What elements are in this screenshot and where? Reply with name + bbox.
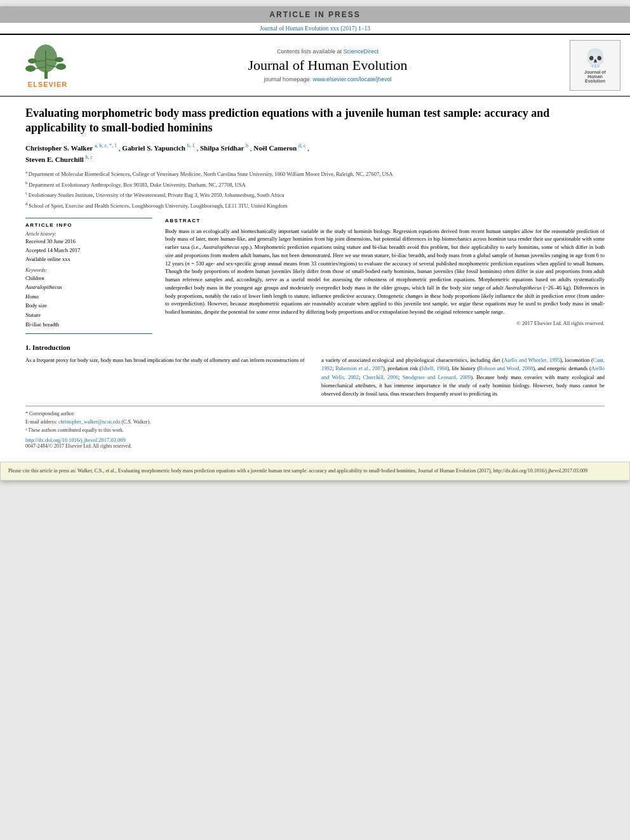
author-4-sup: d, c bbox=[298, 143, 306, 149]
elsevier-label: ELSEVIER bbox=[28, 81, 67, 88]
abstract-col: ABSTRACT Body mass is an ecologically an… bbox=[165, 218, 605, 335]
ref-isbell[interactable]: Isbell, 1994 bbox=[421, 365, 447, 371]
article-info-box: ARTICLE INFO Article history: Received 3… bbox=[25, 218, 152, 335]
svg-point-10 bbox=[55, 57, 64, 62]
email-link[interactable]: christopher_walker@ncsu.edu bbox=[58, 419, 120, 425]
doi-line[interactable]: http://dx.doi.org/10.1016/j.jhevol.2017.… bbox=[25, 437, 605, 443]
svg-point-6 bbox=[56, 63, 66, 70]
homepage-line: journal homepage: www.elsevier.com/locat… bbox=[95, 76, 560, 83]
keyword-6: Bi-iliac breadth bbox=[25, 321, 152, 330]
journal-logo-box: 💀 Journal ofHumanEvolution bbox=[570, 40, 620, 91]
article-in-press-banner: ARTICLE IN PRESS bbox=[0, 6, 630, 23]
journal-header: ELSEVIER Contents lists available at Sci… bbox=[0, 34, 630, 97]
journal-title: Journal of Human Evolution bbox=[95, 57, 560, 74]
affil-1-text: Department of Molecular Biomedical Scien… bbox=[29, 171, 393, 177]
journal-cite-line: Journal of Human Evolution xxx (2017) 1–… bbox=[0, 23, 630, 34]
keywords-list: Children Australopithecus Homo Body size… bbox=[25, 274, 152, 330]
journal-logo-right: 💀 Journal ofHumanEvolution bbox=[566, 40, 624, 91]
corresponding-text: * Corresponding author. bbox=[25, 411, 75, 417]
intro-left-col: As a frequent proxy for body size, body … bbox=[25, 356, 309, 398]
svg-point-8 bbox=[28, 58, 37, 63]
affil-3: c Evolutionary Studies Institute, Univer… bbox=[25, 190, 605, 199]
article-info-title: ARTICLE INFO bbox=[25, 222, 152, 228]
homepage-url[interactable]: www.elsevier.com/locate/jhevol bbox=[313, 76, 392, 83]
author-1-name: Christopher S. Walker bbox=[25, 143, 93, 151]
author-3-sup: b bbox=[246, 143, 248, 149]
intro-right-text: a variety of associated ecological and p… bbox=[321, 356, 605, 398]
affil-2: b Department of Evolutionary Anthropolog… bbox=[25, 180, 605, 189]
keyword-2: Australopithecus bbox=[25, 283, 152, 292]
affil-1: a Department of Molecular Biomedical Sci… bbox=[25, 169, 605, 178]
article-info-col: ARTICLE INFO Article history: Received 3… bbox=[25, 218, 152, 335]
intro-right-col: a variety of associated ecological and p… bbox=[321, 356, 605, 398]
email-note: E-mail address: christopher_walker@ncsu.… bbox=[25, 418, 605, 427]
issn-line: 0047-2484/© 2017 Elsevier Ltd. All right… bbox=[25, 443, 605, 449]
journal-cite-text: Journal of Human Evolution xxx (2017) 1–… bbox=[260, 25, 370, 32]
affil-4: d School of Sport, Exercise and Health S… bbox=[25, 201, 605, 210]
received-date: Received 30 June 2016 bbox=[25, 238, 152, 244]
author-separator-4: , bbox=[307, 143, 309, 151]
author-2-name: Gabriel S. Yapuncich bbox=[122, 143, 185, 151]
sciencedirect-prefix: Contents lists available at bbox=[277, 48, 344, 55]
email-suffix: (C.S. Walker). bbox=[121, 419, 151, 425]
ref-aiello-wheeler[interactable]: Aiello and Wheeler, 1995 bbox=[504, 357, 560, 363]
affil-4-text: School of Sport, Exercise and Health Sci… bbox=[29, 203, 287, 209]
email-label: E-mail address: bbox=[25, 419, 58, 425]
intro-left-text: As a frequent proxy for body size, body … bbox=[25, 356, 309, 364]
svg-point-4 bbox=[25, 65, 36, 72]
introduction-section: 1. Introduction As a frequent proxy for … bbox=[25, 343, 605, 398]
keyword-1: Children bbox=[25, 274, 152, 283]
author-5-name: Steven E. Churchill bbox=[25, 156, 84, 163]
ref-snodgrass[interactable]: Snodgrass and Leonard, 2009 bbox=[403, 374, 471, 380]
authors-line: Christopher S. Walker a, b, c, *, 1 , Ga… bbox=[25, 142, 605, 166]
banner-text: ARTICLE IN PRESS bbox=[269, 10, 360, 19]
intro-two-col: As a frequent proxy for body size, body … bbox=[25, 356, 605, 398]
footnote-area: * Corresponding author. E-mail address: … bbox=[25, 406, 605, 434]
author-5-sup: b, c bbox=[86, 154, 93, 160]
keyword-3: Homo bbox=[25, 293, 152, 302]
page: ARTICLE IN PRESS Journal of Human Evolut… bbox=[0, 6, 630, 481]
sciencedirect-line: Contents lists available at ScienceDirec… bbox=[95, 48, 560, 55]
corresponding-note: * Corresponding author. bbox=[25, 410, 605, 418]
logo-journal-name: Journal ofHumanEvolution bbox=[584, 70, 606, 83]
article-title: Evaluating morphometric body mass predic… bbox=[25, 106, 605, 136]
intro-section-title: 1. Introduction bbox=[25, 343, 605, 351]
doi-link[interactable]: http://dx.doi.org/10.1016/j.jhevol.2017.… bbox=[25, 437, 126, 443]
article-info-abstract-section: ARTICLE INFO Article history: Received 3… bbox=[25, 218, 605, 335]
main-content: Evaluating morphometric body mass predic… bbox=[0, 97, 630, 455]
available-online: Available online xxx bbox=[25, 256, 152, 262]
keywords-label: Keywords: bbox=[25, 267, 152, 273]
accepted-date: Accepted 14 March 2017 bbox=[25, 247, 152, 253]
sciencedirect-link[interactable]: ScienceDirect bbox=[344, 48, 379, 55]
elsevier-tree-icon bbox=[19, 43, 76, 81]
author-4-name: Noël Cameron bbox=[253, 143, 297, 151]
affil-2-text: Department of Evolutionary Anthropology,… bbox=[29, 182, 245, 188]
copyright-line: © 2017 Elsevier Ltd. All rights reserved… bbox=[165, 320, 605, 326]
author-3-name: Shilpa Sridhar bbox=[200, 143, 244, 151]
history-label: Article history: bbox=[25, 231, 152, 237]
keyword-4: Body size bbox=[25, 302, 152, 310]
keyword-5: Stature bbox=[25, 311, 152, 320]
elsevier-logo-area: ELSEVIER bbox=[6, 43, 89, 88]
journal-header-center: Contents lists available at ScienceDirec… bbox=[95, 48, 560, 83]
affiliations: a Department of Molecular Biomedical Sci… bbox=[25, 169, 605, 210]
abstract-text: Body mass is an ecologically and biomech… bbox=[165, 227, 605, 316]
author-2-sup: b, 1 bbox=[187, 143, 195, 149]
bottom-citation-text: Please cite this article in press as: Wa… bbox=[8, 468, 587, 474]
skull-icon: 💀 bbox=[584, 48, 607, 69]
bottom-citation-banner: Please cite this article in press as: Wa… bbox=[0, 462, 630, 481]
abstract-title: ABSTRACT bbox=[165, 218, 605, 223]
equal-contrib-note: ¹ These authors contributed equally to t… bbox=[25, 427, 605, 435]
ref-churchill[interactable]: Churchill, 2006 bbox=[363, 374, 399, 380]
ref-rubenson[interactable]: Rubenson et al., 2007 bbox=[335, 365, 383, 371]
ref-robson[interactable]: Robson and Wood, 2008 bbox=[479, 365, 533, 371]
affil-3-text: Evolutionary Studies Institute, Universi… bbox=[29, 192, 285, 198]
homepage-prefix: journal homepage: bbox=[264, 76, 312, 83]
author-1-sup: a, b, c, *, 1 bbox=[95, 143, 117, 149]
